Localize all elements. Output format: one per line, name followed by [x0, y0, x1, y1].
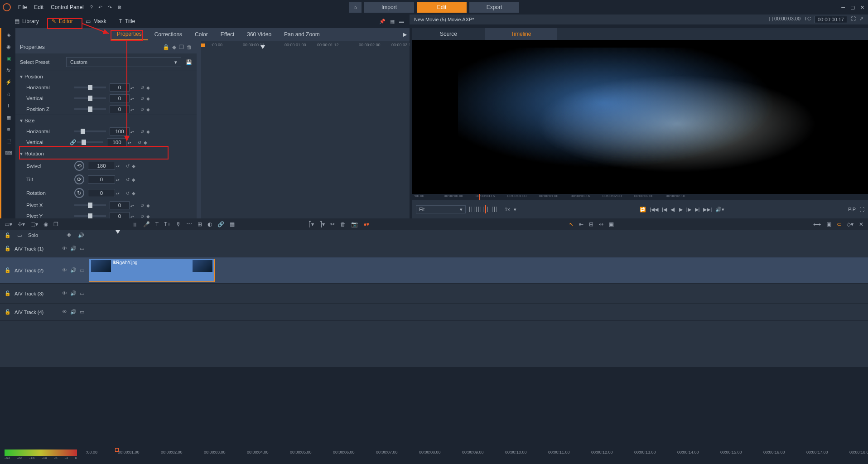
timeline-ruler-row[interactable]: [89, 230, 868, 240]
monitor-icon[interactable]: ▭: [80, 246, 84, 251]
wave-icon[interactable]: 〰: [187, 221, 192, 227]
tab-title[interactable]: TTitle: [113, 16, 142, 27]
panel-icon[interactable]: ▬: [399, 19, 404, 24]
close-icon[interactable]: ✕: [860, 5, 864, 10]
keyframe-view-icon[interactable]: ◇▾: [847, 221, 854, 227]
reset-icon[interactable]: ↺: [140, 129, 144, 134]
value-pos-v[interactable]: 0: [110, 94, 130, 102]
slider-pivot-x[interactable]: [74, 204, 106, 206]
copy-icon[interactable]: ❐: [179, 44, 184, 50]
etab-360[interactable]: 360 Video: [241, 29, 278, 40]
slider-pivot-y[interactable]: [74, 215, 106, 217]
keyframe-icon[interactable]: ◆: [146, 129, 150, 134]
reset-icon[interactable]: ↺: [138, 140, 141, 145]
ball-icon[interactable]: ◐: [207, 221, 212, 227]
keyframe-icon[interactable]: ◆: [146, 214, 150, 219]
next-frame-icon[interactable]: ▶|: [695, 207, 700, 213]
menu-edit[interactable]: Edit: [30, 2, 47, 12]
preset-select[interactable]: Custom▾: [66, 57, 181, 67]
keyframe-icon[interactable]: ◆: [146, 203, 150, 208]
track-lock-all-icon[interactable]: 🔓: [5, 232, 11, 238]
spinner-icon[interactable]: ▴▾: [130, 97, 136, 100]
clip-lkrgwhy[interactable]: lkRgwhY.jpg: [89, 259, 215, 282]
save-icon[interactable]: 🗎: [115, 3, 125, 12]
slider-pos-z[interactable]: [74, 108, 106, 110]
jog-wheel[interactable]: [469, 207, 501, 212]
preview-viewport[interactable]: [412, 40, 868, 194]
value-pos-h[interactable]: 0: [110, 83, 130, 92]
track-header-4[interactable]: 🔓A/V Track (4)👁🔊▭: [0, 304, 89, 321]
props-scrollbar[interactable]: [197, 41, 201, 218]
home-button[interactable]: ⌂: [349, 2, 362, 13]
split-right-icon[interactable]: ⎤▾: [319, 221, 325, 227]
play-icon[interactable]: ▶: [679, 207, 683, 213]
prev-frame-icon[interactable]: |◀: [662, 207, 667, 213]
slider-size-v[interactable]: [77, 141, 103, 143]
value-pivot-y[interactable]: 0: [110, 212, 130, 218]
value-tilt[interactable]: 0: [88, 175, 115, 184]
etab-panzoom[interactable]: Pan and Zoom: [278, 29, 326, 40]
magnet-icon[interactable]: ⬚▾: [30, 221, 38, 227]
tool-text-icon[interactable]: T: [5, 102, 13, 110]
settings-icon[interactable]: ✕: [859, 221, 863, 227]
tool-keyboard-icon[interactable]: ⌨: [5, 149, 13, 157]
goto-start-icon[interactable]: |◀◀: [650, 207, 658, 213]
link-icon[interactable]: 🔗: [217, 221, 224, 227]
tool-3d-icon[interactable]: ⬚: [5, 137, 13, 145]
spinner-icon[interactable]: ▴▾: [116, 178, 121, 181]
keyframe-icon[interactable]: ◆: [132, 177, 135, 182]
tab-library[interactable]: ▤Library: [8, 16, 45, 27]
slider-pos-h[interactable]: [74, 87, 106, 88]
reset-icon[interactable]: ↺: [126, 164, 130, 169]
menu-file[interactable]: File: [14, 2, 30, 12]
eye-icon[interactable]: 👁: [62, 290, 67, 296]
zoom-fit-icon[interactable]: ⟷: [813, 221, 821, 227]
spinner-icon[interactable]: ▴▾: [130, 130, 136, 133]
track-header-3[interactable]: 🔓A/V Track (3)👁🔊▭: [0, 284, 89, 304]
slider-pos-v[interactable]: [74, 97, 106, 99]
reset-icon[interactable]: ↺: [140, 85, 144, 90]
magnet2-icon[interactable]: ⊂: [837, 221, 841, 227]
playback-speed[interactable]: 1x: [505, 207, 510, 212]
value-size-v[interactable]: 100: [107, 138, 127, 146]
edit-button[interactable]: Edit: [417, 2, 467, 13]
record-icon[interactable]: ◉: [43, 221, 48, 227]
etab-play-icon[interactable]: ▶: [403, 31, 410, 38]
export-button[interactable]: Export: [469, 2, 519, 13]
goto-end-icon[interactable]: ▶▶|: [703, 207, 712, 213]
reset-icon[interactable]: ↺: [140, 214, 144, 219]
slider-size-h[interactable]: [74, 130, 106, 132]
reset-icon[interactable]: ↺: [126, 177, 130, 182]
link-icon[interactable]: 🔗: [70, 139, 76, 145]
redo-icon[interactable]: ↷: [105, 3, 115, 12]
reset-icon[interactable]: ↺: [140, 203, 144, 208]
mic-icon[interactable]: 🎤: [143, 221, 150, 227]
track-1[interactable]: [89, 240, 868, 257]
snapshot-icon[interactable]: 📷: [351, 221, 358, 227]
fit-select[interactable]: Fit▾: [416, 205, 466, 213]
razor-icon[interactable]: ✂: [330, 221, 335, 227]
marker-add-icon[interactable]: ●▾: [363, 221, 369, 227]
loop-icon[interactable]: 🔁: [640, 207, 646, 213]
volume-icon[interactable]: 🔊▾: [715, 207, 724, 213]
multicam-icon[interactable]: ▦: [230, 221, 235, 227]
track-header-2[interactable]: 🔓A/V Track (2)👁🔊▭: [0, 257, 89, 284]
trim-in-icon[interactable]: ⇤: [579, 221, 583, 227]
snap-icon[interactable]: ✢▾: [18, 221, 25, 227]
preview-tab-timeline[interactable]: Timeline: [485, 28, 557, 40]
reset-icon[interactable]: ↺: [126, 191, 130, 196]
voiceover-icon[interactable]: 🎙: [176, 221, 181, 227]
keyframe-playhead[interactable]: [263, 41, 263, 218]
undo-icon[interactable]: ↶: [96, 3, 105, 12]
section-rotation[interactable]: ▾Rotation: [15, 148, 197, 159]
speaker-all-icon[interactable]: 🔊: [78, 232, 84, 238]
overview-playhead[interactable]: [115, 448, 119, 452]
lock-icon[interactable]: 🔓: [5, 246, 11, 251]
keyframe-add-icon[interactable]: ◆: [172, 44, 176, 50]
undock-preview-icon[interactable]: ↗: [859, 16, 863, 23]
menu-control-panel[interactable]: Control Panel: [47, 2, 87, 12]
eye-icon[interactable]: 👁: [62, 309, 67, 315]
lock-icon[interactable]: 🔓: [5, 309, 11, 315]
timeline-playhead[interactable]: [118, 230, 118, 367]
section-position[interactable]: ▾Position: [15, 71, 197, 82]
